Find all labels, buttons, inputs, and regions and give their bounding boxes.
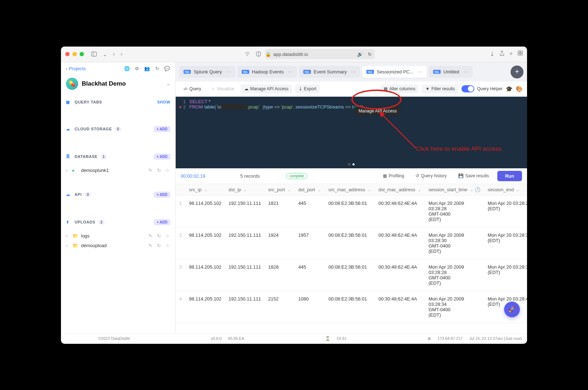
sound-icon[interactable]: 🔊 bbox=[357, 52, 363, 57]
svg-rect-6 bbox=[518, 53, 520, 55]
svg-point-2 bbox=[247, 55, 248, 56]
chevron-down-icon[interactable]: ⌄ bbox=[101, 49, 109, 59]
sidebar-toggle-icon[interactable] bbox=[90, 50, 98, 58]
sql-icon: SQL bbox=[433, 70, 440, 74]
show-button[interactable]: SHOW bbox=[157, 100, 170, 104]
manage-api-button[interactable]: ☁Manage API Access bbox=[241, 85, 292, 93]
run-button[interactable]: Run bbox=[497, 171, 522, 181]
share-icon[interactable] bbox=[499, 50, 504, 58]
table-cell: 00:30:48:62:4E:4A bbox=[375, 291, 425, 323]
query-tab[interactable]: SQLHadoop Events⋯ bbox=[237, 66, 297, 78]
exec-time: 00:00:02.19 bbox=[181, 173, 205, 179]
fab-button[interactable]: 🚀 bbox=[504, 302, 520, 317]
tab-menu-icon[interactable]: ⋯ bbox=[351, 69, 356, 74]
tab-label: Event Summary bbox=[314, 69, 347, 74]
table-cell: 00:30:48:62:4E:4A bbox=[375, 227, 425, 259]
query-tab[interactable]: SQLUntitled⋯ bbox=[429, 66, 472, 78]
new-tab-icon[interactable]: + bbox=[509, 50, 513, 58]
column-header[interactable]: src_ip⌄ bbox=[185, 184, 225, 196]
export-button[interactable]: ⤓Export bbox=[295, 85, 320, 93]
download-icon[interactable]: ⤓ bbox=[490, 50, 494, 58]
star-icon[interactable]: ☆ bbox=[165, 168, 170, 173]
tab-menu-icon[interactable]: ⋯ bbox=[418, 69, 422, 74]
sliders-icon[interactable]: ⚙ bbox=[134, 66, 140, 71]
table-cell: 00:08:E2:3B:56:01 bbox=[325, 195, 375, 227]
helper-toggle[interactable] bbox=[461, 85, 474, 92]
query-button[interactable]: ‹/›Query bbox=[180, 85, 205, 93]
reload-icon[interactable]: ↻ bbox=[368, 52, 372, 57]
section-label: API bbox=[75, 192, 82, 197]
query-tab[interactable]: SQLEvent Summary⋯ bbox=[299, 66, 360, 78]
sql-icon: SQL bbox=[303, 70, 310, 74]
table-cell: 192.150.11.111 bbox=[225, 227, 265, 259]
back-icon[interactable]: ‹ bbox=[112, 49, 116, 59]
filter-button[interactable]: ▼Filter results bbox=[422, 85, 458, 93]
add-button[interactable]: + ADD bbox=[154, 192, 170, 198]
profiling-button[interactable]: ▦Profiling bbox=[380, 172, 407, 180]
edit-icon[interactable]: ✎ bbox=[147, 168, 153, 173]
shield-icon[interactable] bbox=[255, 50, 262, 58]
add-button[interactable]: + ADD bbox=[154, 126, 170, 132]
visualize-button[interactable]: ⚛Visualize bbox=[208, 85, 238, 93]
users-icon[interactable]: 👥 bbox=[144, 66, 150, 71]
chart-icon: ⚛ bbox=[211, 86, 215, 91]
tree-item[interactable]: ›📁logs✎↻☆ bbox=[66, 231, 170, 241]
edit-icon[interactable]: ✎ bbox=[147, 233, 153, 239]
svg-rect-4 bbox=[518, 51, 520, 53]
star-icon[interactable]: ☆ bbox=[165, 243, 170, 248]
save-button[interactable]: 💾Save results bbox=[455, 172, 492, 180]
tabs-icon: ▦ bbox=[66, 100, 72, 105]
graduation-icon[interactable]: 🎓 bbox=[506, 86, 513, 92]
column-header[interactable]: dst_port⌄ bbox=[295, 184, 325, 196]
forward-icon[interactable]: › bbox=[119, 49, 124, 59]
tabs-grid-icon[interactable] bbox=[518, 50, 523, 58]
palette-icon[interactable]: 🎨 bbox=[516, 86, 523, 92]
tree-item[interactable]: ›📁demoupload✎↻☆ bbox=[66, 241, 170, 250]
tab-menu-icon[interactable]: ⋯ bbox=[226, 69, 231, 74]
column-header[interactable]: dst_ip⌄ bbox=[225, 184, 265, 196]
refresh-icon[interactable]: ↻ bbox=[154, 66, 160, 71]
tab-menu-icon[interactable]: ⋯ bbox=[464, 69, 468, 74]
source-icon: 📁 bbox=[72, 243, 78, 248]
comment-icon[interactable]: 💬 bbox=[164, 66, 170, 71]
column-header[interactable]: src_mac_address⌄ bbox=[325, 184, 375, 196]
add-button[interactable]: + ADD bbox=[154, 154, 170, 160]
globe-icon[interactable]: 🌐 bbox=[124, 66, 130, 71]
table-cell: Mon Apr 20 200903:28:30GMT-0400(EDT) bbox=[425, 227, 484, 259]
column-header[interactable]: src_port⌄ bbox=[265, 184, 295, 196]
section-label: DATABASE bbox=[75, 154, 98, 159]
upload-icon: ⬆ bbox=[66, 220, 72, 225]
close-icon[interactable] bbox=[65, 52, 70, 56]
refresh-icon[interactable]: ↻ bbox=[156, 243, 162, 248]
results-table-wrap[interactable]: src_ip⌄dst_ip⌄src_port⌄dst_port⌄src_mac_… bbox=[176, 184, 527, 333]
svg-rect-0 bbox=[91, 52, 96, 56]
add-button[interactable]: + ADD bbox=[154, 219, 170, 225]
sql-editor[interactable]: 1SELECT * 2FROM table(`log .pcap` (type … bbox=[176, 97, 527, 168]
minimize-icon[interactable] bbox=[72, 52, 77, 56]
tree-item[interactable]: ›▸demosplunk1✎↻☆ bbox=[66, 165, 170, 175]
query-tab[interactable]: SQLSplunk Query⋯ bbox=[179, 66, 235, 78]
project-header[interactable]: 💊 Blackhat Demo ⌄ bbox=[61, 75, 175, 96]
column-header[interactable]: session_end⌄ bbox=[484, 184, 527, 196]
edit-icon[interactable]: ✎ bbox=[147, 243, 153, 248]
refresh-icon[interactable]: ↻ bbox=[156, 168, 162, 173]
sql-icon: SQL bbox=[366, 70, 374, 74]
star-icon[interactable]: ☆ bbox=[165, 233, 170, 239]
column-header[interactable]: dst_mac_address⌄ bbox=[375, 184, 425, 196]
back-to-projects[interactable]: ‹Projects bbox=[66, 66, 86, 71]
maximize-icon[interactable] bbox=[80, 52, 84, 56]
grid-icon: ▦ bbox=[383, 173, 387, 178]
alter-columns-button[interactable]: ▦Alter columns bbox=[380, 85, 419, 93]
refresh-icon[interactable]: ↻ bbox=[156, 233, 162, 239]
column-header[interactable]: session_start_time⌄ 🕐 bbox=[425, 184, 484, 196]
new-tab-button[interactable]: + bbox=[511, 66, 523, 78]
history-button[interactable]: ↺Query history bbox=[412, 172, 450, 180]
section-label: UPLOADS bbox=[75, 220, 95, 224]
status-bar: ©2022 DataDistillr v0.8.0 65.95.EA ⌛ 19:… bbox=[61, 333, 527, 344]
sort-icon: ⌄ bbox=[243, 187, 247, 192]
main-area: SQLSplunk Query⋯SQLHadoop Events⋯SQLEven… bbox=[176, 62, 527, 333]
url-bar[interactable]: 🔒 app.datadistillr.io 🔊 ↻ bbox=[265, 49, 375, 59]
table-cell: 1924 bbox=[265, 227, 295, 259]
tab-menu-icon[interactable]: ⋯ bbox=[288, 69, 293, 74]
query-tab[interactable]: SQLSessionized PC...⋯ bbox=[362, 66, 427, 78]
